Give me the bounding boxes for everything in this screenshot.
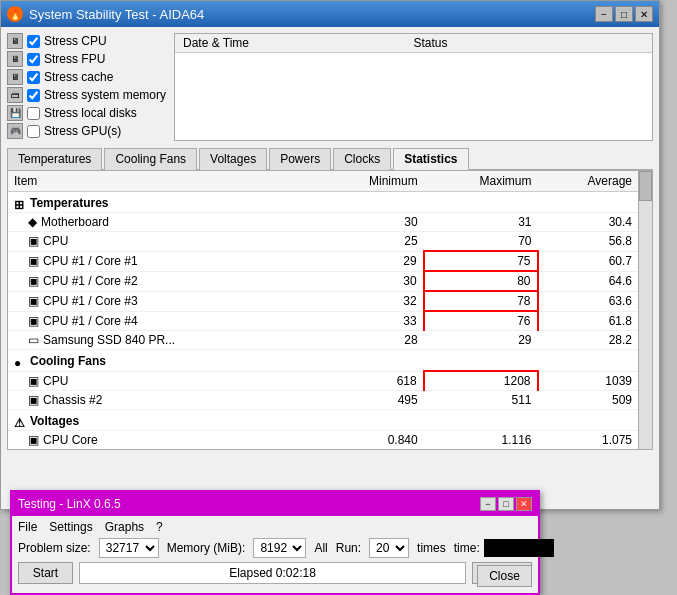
- row-min: 32: [316, 291, 424, 311]
- table-row: ▣CPU Core0.8401.1161.075: [8, 431, 638, 450]
- app-icon: 🔥: [7, 6, 23, 22]
- minimize-button[interactable]: −: [595, 6, 613, 22]
- stress-fpu-checkbox[interactable]: [27, 53, 40, 66]
- time-label: time:: [454, 541, 480, 555]
- row-item: ◆Motherboard: [8, 213, 316, 232]
- table-row: ▣CPU #1 / Core #2308064.6: [8, 271, 638, 291]
- col-average: Average: [538, 171, 638, 192]
- row-max: 31: [424, 213, 538, 232]
- linx-menu: File Settings Graphs ?: [18, 520, 532, 534]
- row-avg: 1039: [538, 371, 638, 391]
- linx-window: Testing - LinX 0.6.5 − □ ✕ File Settings…: [10, 490, 540, 595]
- stress-fpu-label: Stress FPU: [44, 52, 105, 66]
- stress-cpu-checkbox[interactable]: [27, 35, 40, 48]
- row-max: 70: [424, 232, 538, 252]
- memory-icon: 🗃: [7, 87, 23, 103]
- tab-voltages[interactable]: Voltages: [199, 148, 267, 170]
- tab-temperatures[interactable]: Temperatures: [7, 148, 102, 170]
- row-min: 618: [316, 371, 424, 391]
- row-item: ▣CPU: [8, 371, 316, 391]
- linx-maximize-button[interactable]: □: [498, 497, 514, 511]
- title-bar: 🔥 System Stability Test - AIDA64 − □ ✕: [1, 1, 659, 27]
- stress-cache-checkbox[interactable]: [27, 71, 40, 84]
- row-min: 0.840: [316, 431, 424, 450]
- row-max: 78: [424, 291, 538, 311]
- tab-powers[interactable]: Powers: [269, 148, 331, 170]
- linx-row2: Start Elapsed 0:02:18 Stop: [18, 562, 532, 584]
- row-min: 33: [316, 311, 424, 331]
- row-item: ▣CPU #1 / Core #3: [8, 291, 316, 311]
- problem-size-label: Problem size:: [18, 541, 91, 555]
- close-button[interactable]: ✕: [635, 6, 653, 22]
- linx-close-button[interactable]: ✕: [516, 497, 532, 511]
- scrollbar[interactable]: [638, 171, 652, 449]
- menu-file[interactable]: File: [18, 520, 37, 534]
- row-avg: 56.8: [538, 232, 638, 252]
- tab-statistics[interactable]: Statistics: [393, 148, 468, 170]
- table-section-header: ⚠Voltages: [8, 410, 638, 431]
- scroll-wrapper: Item Minimum Maximum Average ⊞Temperatur…: [8, 171, 638, 450]
- run-select[interactable]: 20: [369, 538, 409, 558]
- row-item: ▣CPU #1 / Core #4: [8, 311, 316, 331]
- stress-fpu-item: 🖥 Stress FPU: [7, 51, 166, 67]
- stats-table: Item Minimum Maximum Average ⊞Temperatur…: [8, 171, 638, 450]
- memory-label: Memory (MiB):: [167, 541, 246, 555]
- time-area: time:: [454, 539, 554, 557]
- table-section-header: ⊞Temperatures: [8, 192, 638, 213]
- all-label: All: [314, 541, 327, 555]
- row-avg: 61.8: [538, 311, 638, 331]
- stress-gpu-label: Stress GPU(s): [44, 124, 121, 138]
- row-max: 75: [424, 251, 538, 271]
- tabs-row: Temperatures Cooling Fans Voltages Power…: [7, 147, 653, 170]
- row-item: ▣CPU #1 / Core #1: [8, 251, 316, 271]
- stress-gpu-item: 🎮 Stress GPU(s): [7, 123, 166, 139]
- row-min: 29: [316, 251, 424, 271]
- linx-title-bar: Testing - LinX 0.6.5 − □ ✕: [12, 492, 538, 516]
- row-avg: 64.6: [538, 271, 638, 291]
- row-max: 511: [424, 391, 538, 410]
- stress-gpu-checkbox[interactable]: [27, 125, 40, 138]
- log-area: Date & Time Status: [174, 33, 653, 141]
- times-label: times: [417, 541, 446, 555]
- memory-select[interactable]: 8192: [253, 538, 306, 558]
- row-min: 30: [316, 213, 424, 232]
- tab-cooling-fans[interactable]: Cooling Fans: [104, 148, 197, 170]
- menu-help[interactable]: ?: [156, 520, 163, 534]
- linx-controls: − □ ✕: [480, 497, 532, 511]
- menu-settings[interactable]: Settings: [49, 520, 92, 534]
- window-title: System Stability Test - AIDA64: [29, 7, 204, 22]
- close-dialog-button[interactable]: Close: [477, 565, 532, 587]
- stress-checkboxes: 🖥 Stress CPU 🖥 Stress FPU 🖥 Stress cache: [7, 33, 166, 141]
- tab-clocks[interactable]: Clocks: [333, 148, 391, 170]
- table-row: ◆Motherboard303130.4: [8, 213, 638, 232]
- stress-local-item: 💾 Stress local disks: [7, 105, 166, 121]
- window-body: 🖥 Stress CPU 🖥 Stress FPU 🖥 Stress cache: [1, 27, 659, 456]
- maximize-button[interactable]: □: [615, 6, 633, 22]
- problem-size-select[interactable]: 32717: [99, 538, 159, 558]
- row-avg: 28.2: [538, 331, 638, 350]
- row-avg: 1.075: [538, 431, 638, 450]
- stress-memory-checkbox[interactable]: [27, 89, 40, 102]
- linx-minimize-button[interactable]: −: [480, 497, 496, 511]
- title-bar-controls: − □ ✕: [595, 6, 653, 22]
- start-button[interactable]: Start: [18, 562, 73, 584]
- table-header-row: Item Minimum Maximum Average: [8, 171, 638, 192]
- col-minimum: Minimum: [316, 171, 424, 192]
- linx-row1: Problem size: 32717 Memory (MiB): 8192 A…: [18, 538, 532, 558]
- log-status-header: Status: [414, 36, 645, 50]
- table-row: ▣CPU #1 / Core #4337661.8: [8, 311, 638, 331]
- disk-icon: 💾: [7, 105, 23, 121]
- gpu-icon: 🎮: [7, 123, 23, 139]
- stress-memory-item: 🗃 Stress system memory: [7, 87, 166, 103]
- table-row: ▭Samsung SSD 840 PR...282928.2: [8, 331, 638, 350]
- stress-local-checkbox[interactable]: [27, 107, 40, 120]
- menu-graphs[interactable]: Graphs: [105, 520, 144, 534]
- row-avg: 30.4: [538, 213, 638, 232]
- run-label: Run:: [336, 541, 361, 555]
- row-min: 28: [316, 331, 424, 350]
- scrollbar-thumb[interactable]: [639, 171, 652, 201]
- col-item: Item: [8, 171, 316, 192]
- row-item: ▣CPU Core: [8, 431, 316, 450]
- row-min: 30: [316, 271, 424, 291]
- row-max: 76: [424, 311, 538, 331]
